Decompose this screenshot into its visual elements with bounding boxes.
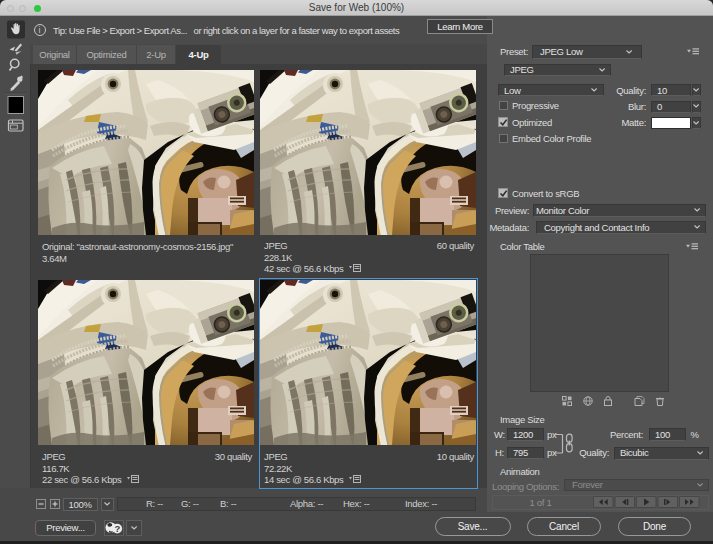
svg-text:?: ? bbox=[114, 523, 120, 534]
